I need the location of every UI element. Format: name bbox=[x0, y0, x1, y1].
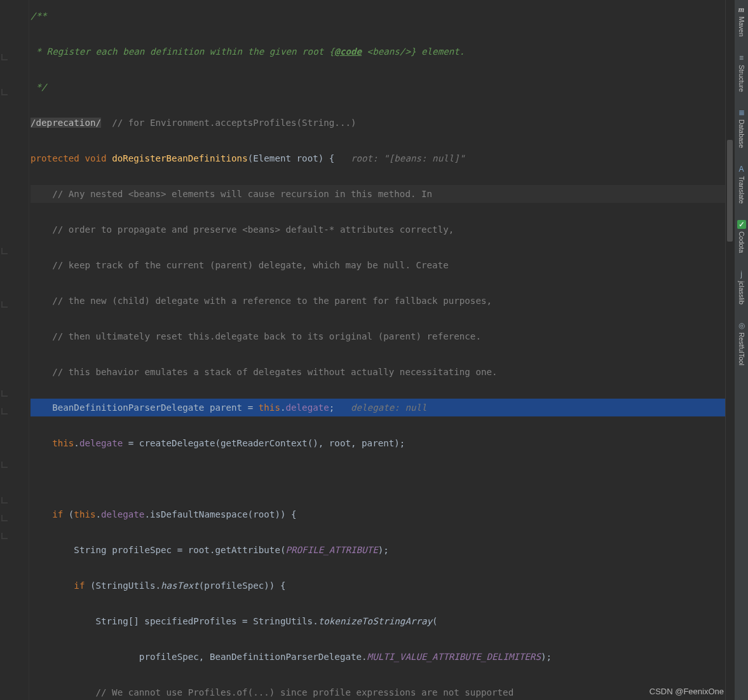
scroll-thumb[interactable] bbox=[727, 140, 733, 242]
tool-sidebar: mMaven ≡Structure ≣Database ATranslate ✓… bbox=[734, 0, 748, 700]
deprecation-annotation: /deprecation/ bbox=[31, 118, 101, 128]
translate-icon: A bbox=[737, 165, 746, 174]
code-area[interactable]: /** * Register each bean definition with… bbox=[29, 0, 725, 700]
jclasslib-icon: j bbox=[737, 270, 746, 278]
tool-restfultool[interactable]: ◎RestfulTool bbox=[736, 319, 747, 368]
execution-line: BeanDefinitionParserDelegate parent = th… bbox=[31, 399, 725, 416]
maven-icon: m bbox=[737, 5, 746, 14]
tool-jclasslib[interactable]: jjclasslib bbox=[736, 267, 747, 307]
tool-structure[interactable]: ≡Structure bbox=[736, 51, 747, 95]
scrollbar[interactable] bbox=[725, 0, 734, 700]
structure-icon: ≡ bbox=[737, 53, 746, 62]
tool-translate[interactable]: ATranslate bbox=[736, 162, 747, 206]
tool-maven[interactable]: mMaven bbox=[736, 3, 747, 39]
database-icon: ≣ bbox=[737, 108, 746, 117]
gutter bbox=[0, 0, 29, 700]
fold-marks bbox=[0, 0, 29, 700]
tool-codota[interactable]: ✓Codota bbox=[736, 217, 747, 256]
restfultool-icon: ◎ bbox=[737, 321, 746, 330]
code[interactable]: /** * Register each bean definition with… bbox=[29, 0, 725, 700]
tool-database[interactable]: ≣Database bbox=[736, 106, 747, 151]
editor-root: /** * Register each bean definition with… bbox=[0, 0, 748, 700]
codota-icon: ✓ bbox=[737, 220, 746, 229]
